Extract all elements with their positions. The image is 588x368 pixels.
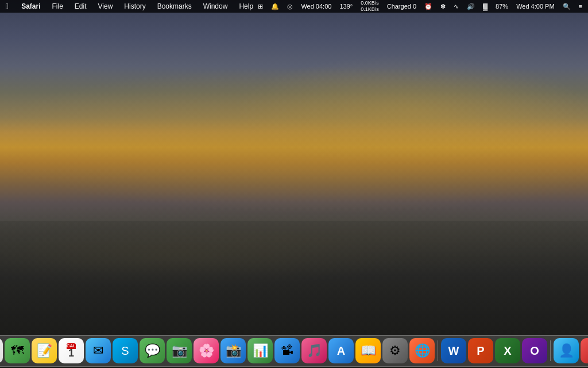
notification-icon[interactable]: 🔔	[269, 3, 281, 10]
dock-app-numbers[interactable]: 📊	[247, 338, 273, 363]
menubar-left:  Safari File Edit View History Bookmark…	[3, 2, 256, 11]
dock-app-skype[interactable]: S	[113, 338, 138, 363]
dock-container: 🖥 🚀 🧭 ◎ 🗺 📝 CAL 1 ✉ S 💬 📷 🌸 📸 📊 📽 🎵 A 📖	[0, 335, 588, 368]
window-menu[interactable]: Window	[201, 2, 230, 10]
dock-app-powerpoint[interactable]: P	[468, 338, 493, 363]
datetime-label: Wed 4:00 PM	[514, 3, 556, 10]
wallpaper	[0, 0, 588, 368]
dock-app-keynote[interactable]: 📽	[274, 338, 300, 363]
list-icon[interactable]: ≡	[577, 3, 585, 10]
dock-app-onenote[interactable]: O	[522, 338, 547, 363]
battery-percent: 87%	[493, 3, 510, 10]
dock-app-system-prefs[interactable]: ⚙	[382, 338, 408, 363]
wifi-activity-icon[interactable]: ◎	[285, 3, 295, 10]
wifi-icon[interactable]: ∿	[451, 3, 461, 10]
status-time-label: Wed 04:00	[299, 3, 334, 10]
menubar:  Safari File Edit View History Bookmark…	[0, 0, 588, 13]
bookmarks-menu[interactable]: Bookmarks	[155, 2, 194, 10]
menubar-right: ⊞ 🔔 ◎ Wed 04:00 139° 0.0KB/s 0.1KB/s Cha…	[256, 0, 585, 13]
help-menu[interactable]: Help	[237, 2, 256, 10]
dock-separator-2	[550, 340, 551, 361]
grid-icon[interactable]: ⊞	[256, 3, 265, 10]
dock-app-iphoto[interactable]: 📸	[220, 338, 246, 363]
temperature-label: 139°	[337, 3, 355, 10]
battery-icon[interactable]: ▓	[481, 3, 490, 10]
dock-separator	[438, 340, 438, 361]
dock-app-facetime[interactable]: 📷	[167, 338, 192, 363]
dock-app-user[interactable]: 👤	[554, 338, 579, 363]
dock-app-photos[interactable]: 🌸	[194, 338, 219, 363]
edit-menu[interactable]: Edit	[72, 2, 89, 10]
dock-app-notification[interactable]: !	[581, 338, 588, 363]
volume-icon[interactable]: 🔊	[465, 3, 477, 10]
search-icon[interactable]: 🔍	[560, 3, 573, 10]
dock-app-excel[interactable]: X	[495, 338, 520, 363]
network-down: 0.1KB/s	[361, 6, 379, 12]
dock-app-mail[interactable]: ✉	[86, 338, 111, 363]
app-name-menu[interactable]: Safari	[19, 2, 42, 10]
history-menu[interactable]: History	[122, 2, 148, 10]
dock-app-books[interactable]: 📖	[355, 338, 381, 363]
dock-app-appstore[interactable]: A	[328, 338, 354, 363]
dock-app-notes[interactable]: 📝	[32, 338, 57, 363]
clock-menu-icon[interactable]: ⏰	[422, 3, 435, 10]
view-menu[interactable]: View	[96, 2, 115, 10]
dock-app-itunes[interactable]: 🎵	[301, 338, 327, 363]
bluetooth-icon[interactable]: ✽	[438, 3, 448, 10]
file-menu[interactable]: File	[49, 2, 65, 10]
network-stats: 0.0KB/s 0.1KB/s	[358, 0, 381, 13]
apple-menu[interactable]: 	[3, 2, 11, 11]
battery-text[interactable]: Charged 0	[385, 3, 419, 10]
desktop:  Safari File Edit View History Bookmark…	[0, 0, 588, 368]
dock-app-messages[interactable]: 💬	[140, 338, 165, 363]
dock-app-browser2[interactable]: 🌐	[409, 338, 435, 363]
dock-app-word[interactable]: W	[441, 338, 466, 363]
network-up: 0.0KB/s	[361, 0, 379, 6]
dock: 🖥 🚀 🧭 ◎ 🗺 📝 CAL 1 ✉ S 💬 📷 🌸 📸 📊 📽 🎵 A 📖	[0, 335, 588, 367]
dock-app-maps[interactable]: 🗺	[5, 338, 30, 363]
dock-app-chrome[interactable]: ◎	[0, 338, 3, 363]
dock-app-calendar[interactable]: CAL 1	[59, 338, 84, 363]
